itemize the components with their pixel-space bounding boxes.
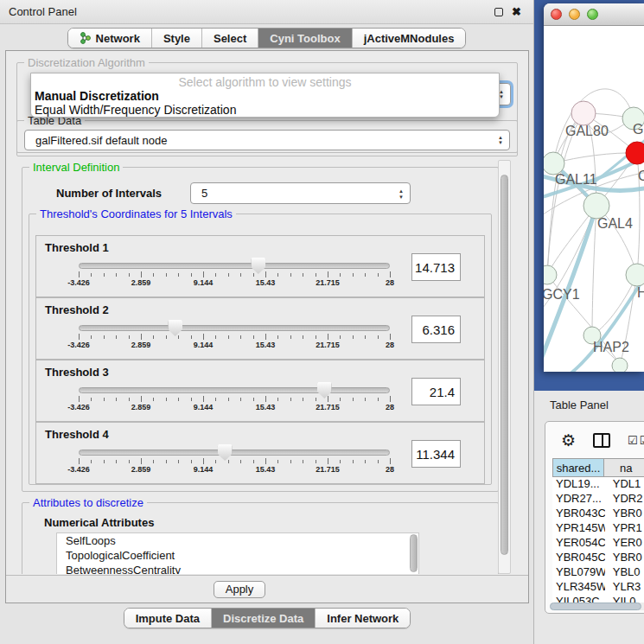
table-horizontal-scrollbar-thumb[interactable] [550, 603, 641, 610]
threshold-1-slider[interactable]: -3.4262.8599.14415.4321.71528 [79, 258, 390, 293]
tick-mark [290, 398, 291, 401]
node-bottom[interactable] [612, 358, 628, 372]
table-row[interactable]: YDL19...YDL1 [552, 477, 644, 492]
tab-impute-data[interactable]: Impute Data [124, 609, 212, 628]
close-window-icon[interactable] [551, 9, 562, 20]
tick-mark [390, 396, 391, 402]
table-cell[interactable]: YER0 [605, 536, 644, 551]
close-panel-icon[interactable]: ✖ [512, 8, 521, 16]
attribute-item[interactable]: BetweennessCentrality [57, 563, 418, 574]
slider-tick-label: 21.715 [316, 465, 340, 474]
table-cell[interactable]: YDR2 [605, 492, 644, 507]
slider-track[interactable] [79, 450, 390, 456]
node-label-partial-h: H [637, 285, 644, 300]
slider-track[interactable] [79, 387, 390, 393]
table-cell[interactable]: YDL19... [552, 477, 605, 492]
threshold-3-slider[interactable]: -3.4262.8599.14415.4321.71528 [79, 383, 390, 418]
table-cell[interactable]: YPR1 [605, 521, 644, 536]
network-canvas[interactable]: GAL80 G C GAL11 GAL4 GCY1 H HAP2 [544, 27, 644, 372]
tab-style[interactable]: Style [152, 29, 202, 48]
node-gal4[interactable] [583, 193, 609, 219]
table-horizontal-scrollbar[interactable] [550, 603, 644, 610]
node-h[interactable] [626, 264, 644, 286]
tick-mark [104, 460, 105, 463]
node-gcy1[interactable] [544, 265, 557, 284]
apply-button[interactable]: Apply [214, 581, 265, 598]
tab-network[interactable]: Network [68, 29, 152, 48]
table-cell[interactable]: YER054C [552, 536, 605, 551]
gear-icon[interactable]: ⚙ [561, 432, 576, 449]
node-gal80[interactable] [571, 101, 596, 125]
network-icon [80, 32, 92, 44]
slider-tick-label: 2.859 [131, 341, 151, 349]
threshold-4-value-field[interactable]: 11.344 [411, 440, 461, 468]
tab-jactivemnodules[interactable]: jActiveMNodules [353, 29, 466, 48]
checkbox-icon[interactable]: ☑ [628, 434, 638, 447]
table-row[interactable]: YER054CYER0 [552, 536, 644, 551]
threshold-3-value-field[interactable]: 21.4 [411, 378, 461, 405]
table-row[interactable]: YPR145WYPR1 [552, 521, 644, 536]
table-cell[interactable]: YPR145W [552, 521, 605, 536]
table-cell[interactable]: YBL079W [552, 565, 605, 580]
node-selected-red[interactable] [626, 142, 644, 164]
table-row[interactable]: YBL079WYBL0 [552, 565, 644, 580]
table-cell[interactable]: YDL1 [605, 477, 644, 492]
minimize-window-icon[interactable] [569, 9, 580, 20]
tab-style-label: Style [163, 32, 190, 45]
table-cell[interactable]: YBR043C [552, 507, 605, 521]
table-row[interactable]: YBR045CYBR0 [552, 551, 644, 565]
tick-mark [390, 458, 391, 464]
tab-infer-network[interactable]: Infer Network [316, 609, 410, 628]
tick-mark [303, 335, 303, 339]
table-cell[interactable]: YLR345W [552, 580, 605, 595]
attribute-item[interactable]: TopologicalCoefficient [57, 548, 418, 563]
settings-vertical-scrollbar[interactable] [498, 160, 511, 574]
dropdown-placeholder: Select algorithm to view settings [31, 73, 499, 89]
numerical-attributes-list[interactable]: SelfLoopsTopologicalCoefficientBetweenne… [56, 532, 419, 574]
split-columns-icon[interactable] [593, 433, 610, 448]
tick-mark [129, 460, 130, 463]
tick-mark [378, 398, 379, 401]
network-view-window: GAL80 G C GAL11 GAL4 GCY1 H HAP2 [544, 3, 644, 372]
select-columns-icons[interactable]: ☑☑ [628, 434, 644, 447]
node-label-hap2: HAP2 [593, 340, 629, 354]
checkbox-icon[interactable]: ☑ [640, 434, 644, 447]
tick-mark [91, 398, 92, 401]
column-header-name[interactable]: na [604, 458, 644, 477]
zoom-window-icon[interactable] [587, 9, 598, 20]
table-row[interactable]: YLR345WYLR3 [552, 580, 644, 595]
tick-mark [328, 334, 328, 340]
table-cell[interactable]: YLR3 [605, 580, 644, 595]
table-cell[interactable]: YBR0 [605, 507, 644, 521]
threshold-2-slider[interactable]: -3.4262.8599.14415.4321.71528 [79, 321, 390, 355]
dropdown-option-manual-discretization[interactable]: Manual Discretization [31, 89, 499, 103]
table-row[interactable]: YBR043CYBR0 [552, 507, 644, 521]
tab-cyni-toolbox[interactable]: Cyni Toolbox [258, 29, 352, 48]
threshold-1-value-field[interactable]: 14.713 [411, 253, 461, 281]
tick-mark [340, 273, 341, 277]
threshold-4-slider[interactable]: -3.4262.8599.14415.4321.71528 [79, 445, 390, 480]
number-of-intervals-spinner[interactable]: 5 ▲▼ [190, 182, 411, 204]
slider-tick-label: 2.859 [131, 465, 151, 474]
dropdown-option-equal-width-frequency[interactable]: Equal Width/Frequency Discretization [31, 103, 499, 117]
table-data-combobox[interactable]: galFiltered.sif default node ▲▼ [24, 130, 510, 150]
tab-select[interactable]: Select [202, 29, 258, 48]
threshold-2-value-field[interactable]: 6.316 [411, 316, 461, 343]
attributes-list-scrollbar[interactable] [410, 534, 418, 572]
slider-track[interactable] [79, 263, 390, 269]
tick-mark [153, 273, 154, 277]
tab-discretize-data[interactable]: Discretize Data [212, 609, 316, 628]
table-cell[interactable]: YBL0 [605, 565, 644, 580]
slider-tick-label: 9.144 [194, 341, 214, 349]
table-cell[interactable]: YBR045C [552, 551, 605, 565]
slider-tick-label: 21.715 [316, 341, 340, 349]
tick-mark [129, 335, 130, 339]
attribute-item[interactable]: SelfLoops [57, 533, 418, 548]
table-cell[interactable]: YBR0 [605, 551, 644, 565]
table-cell[interactable]: YDR27... [552, 492, 605, 507]
settings-vertical-scrollbar-thumb[interactable] [501, 175, 508, 555]
table-row[interactable]: YDR27...YDR2 [552, 492, 644, 507]
float-panel-icon[interactable] [494, 8, 503, 16]
slider-track[interactable] [79, 325, 390, 331]
column-header-shared-name[interactable]: shared... [552, 458, 604, 477]
